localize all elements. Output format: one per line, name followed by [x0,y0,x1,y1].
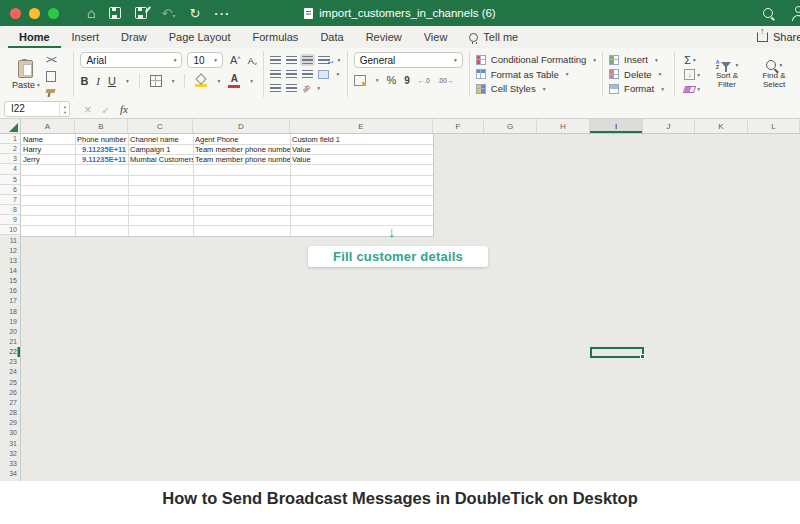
align-left-icon[interactable] [270,70,281,78]
bold-button[interactable]: B [80,75,88,87]
insert-function-button[interactable]: fx [120,103,128,115]
row-header-25[interactable]: 25 [0,378,20,388]
cell-C2[interactable]: Campaign 1 [128,144,193,154]
cancel-icon[interactable] [84,100,92,118]
align-top-icon[interactable] [270,56,281,64]
row-header-1[interactable]: 1 [0,134,20,144]
cell-D3[interactable]: Team member phone number [193,154,290,164]
minimize-window-button[interactable] [29,8,40,19]
row-header-4[interactable]: 4 [0,164,20,174]
increase-indent-icon[interactable] [286,84,297,92]
align-middle-icon[interactable] [286,56,297,64]
conditional-formatting-button[interactable]: Conditional Formatting [476,53,596,66]
row-header-29[interactable]: 29 [0,418,20,428]
share-button[interactable]: Share [757,26,800,48]
tab-page-layout[interactable]: Page Layout [158,26,242,48]
redo-icon[interactable] [189,7,200,20]
align-right-icon[interactable] [302,70,313,78]
chevron-down-icon[interactable] [376,77,379,83]
tab-data[interactable]: Data [309,26,354,48]
tab-insert[interactable]: Insert [61,26,111,48]
cell-A3[interactable]: Jerry [21,154,75,164]
row-header-19[interactable]: 19 [0,317,20,327]
chevron-down-icon[interactable] [217,78,220,84]
row-header-5[interactable]: 5 [0,175,20,185]
align-center-icon[interactable] [286,70,297,78]
row-header-27[interactable]: 27 [0,398,20,408]
copy-icon[interactable] [46,71,56,82]
align-bottom-icon[interactable] [302,56,313,64]
chevron-down-icon[interactable] [337,57,340,63]
fill-color-button[interactable] [195,75,207,87]
column-header-J[interactable]: J [643,119,695,133]
save-as-icon[interactable] [135,7,147,19]
row-header-3[interactable]: 3 [0,154,20,164]
cell-styles-button[interactable]: Cell Styles [476,82,596,95]
column-header-D[interactable]: D [193,119,290,133]
zoom-window-button[interactable] [48,8,59,19]
cut-icon[interactable] [46,55,57,64]
cell-B3[interactable]: 9.11235E+11 [75,154,128,164]
column-header-B[interactable]: B [75,119,128,133]
selected-cell-I22[interactable] [590,347,644,358]
column-header-K[interactable]: K [695,119,748,133]
underline-button[interactable]: U [108,75,116,87]
row-header-28[interactable]: 28 [0,408,20,418]
row-header-8[interactable]: 8 [0,205,20,215]
search-icon[interactable] [763,8,773,18]
undo-button[interactable] [161,7,175,20]
format-painter-icon[interactable] [45,89,55,93]
row-header-6[interactable]: 6 [0,185,20,195]
row-header-16[interactable]: 16 [0,286,20,296]
decrease-decimal-button[interactable] [438,77,454,84]
chevron-down-icon[interactable] [172,78,175,84]
row-header-30[interactable]: 30 [0,428,20,438]
comma-style-button[interactable] [404,75,410,86]
row-header-18[interactable]: 18 [0,307,20,317]
name-box[interactable]: I22 [4,101,70,117]
column-header-H[interactable]: H [537,119,590,133]
select-all-button[interactable] [0,119,21,133]
more-icon[interactable] [214,7,230,20]
column-header-A[interactable]: A [21,119,75,133]
cell-C3[interactable]: Mumbai Customers [128,154,193,164]
chevron-down-icon[interactable] [697,86,700,92]
tab-draw[interactable]: Draw [110,26,158,48]
borders-button[interactable] [150,75,162,87]
row-header-11[interactable]: 11 [0,236,20,246]
row-header-13[interactable]: 13 [0,256,20,266]
row-header-2[interactable]: 2 [0,144,20,154]
row-header-17[interactable]: 17 [0,296,20,306]
format-as-table-button[interactable]: Format as Table [476,68,596,81]
tab-view[interactable]: View [413,26,459,48]
cell-E1[interactable]: Custom field 1 [290,134,433,144]
cell-B1[interactable]: Phone number [75,134,128,144]
tab-formulas[interactable]: Formulas [242,26,310,48]
save-icon[interactable] [109,7,121,19]
row-header-14[interactable]: 14 [0,266,20,276]
increase-decimal-button[interactable] [418,77,430,84]
tab-home[interactable]: Home [8,26,61,48]
decrease-font-size-button[interactable] [248,55,258,66]
row-header-9[interactable]: 9 [0,215,20,225]
cell-A2[interactable]: Harry [21,144,75,154]
cell-B2[interactable]: 9.11235E+11 [75,144,128,154]
row-header-23[interactable]: 23 [0,357,20,367]
close-window-button[interactable] [10,8,21,19]
cell-A1[interactable]: Name [21,134,75,144]
chevron-down-icon[interactable] [317,85,320,91]
cell-D1[interactable]: Agent Phone [193,134,290,144]
column-header-E[interactable]: E [290,119,433,133]
row-header-15[interactable]: 15 [0,276,20,286]
find-select-button[interactable]: Find & Select [754,52,794,97]
font-size-select[interactable]: 10 [187,52,223,68]
name-box-stepper[interactable] [59,102,67,116]
formula-input[interactable] [128,99,800,118]
tab-tell-me[interactable]: Tell me [458,26,529,48]
merge-center-icon[interactable] [318,70,329,79]
paste-button[interactable]: Paste [12,52,40,97]
chevron-down-icon[interactable] [693,57,696,63]
row-header-26[interactable]: 26 [0,388,20,398]
number-format-select[interactable]: General [354,52,463,68]
chevron-down-icon[interactable] [126,78,129,84]
